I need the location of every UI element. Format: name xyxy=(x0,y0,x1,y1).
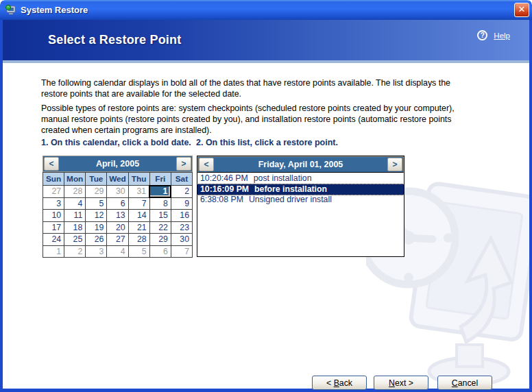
restore-point-label: post installation xyxy=(254,173,312,183)
calendar-prev-month-button[interactable]: < xyxy=(44,157,59,171)
close-icon: ✕ xyxy=(518,4,526,14)
calendar-day-cell[interactable]: 9 xyxy=(171,197,192,210)
calendar-day-cell[interactable]: 29 xyxy=(86,186,107,198)
calendar-day-cell[interactable]: 13 xyxy=(107,210,128,222)
calendar-next-month-button[interactable]: > xyxy=(176,157,191,171)
help-link[interactable]: Help xyxy=(494,32,510,40)
calendar-day-cell[interactable]: 2 xyxy=(171,186,192,198)
step-list-heading: 2. On this list, click a restore point. xyxy=(196,138,338,147)
calendar-day-cell[interactable]: 3 xyxy=(86,245,107,258)
cancel-button[interactable]: Cancel xyxy=(437,376,492,390)
calendar-day-cell[interactable]: 7 xyxy=(171,245,192,258)
restore-point-time: 10:20:46 PM xyxy=(200,173,248,183)
calendar-week-row: 3456789 xyxy=(43,197,193,210)
calendar-day-cell[interactable]: 30 xyxy=(171,234,192,246)
calendar-day-header-row: Sun Mon Tue Wed Thu Fri Sat xyxy=(43,173,193,186)
calendar-day-cell[interactable]: 28 xyxy=(128,234,149,246)
chevron-left-icon: < xyxy=(204,160,208,169)
intro-line: created when certain programs are instal… xyxy=(41,125,455,136)
calendar-week-row: 272829303112 xyxy=(43,186,193,198)
back-button[interactable]: < Back xyxy=(312,376,367,390)
system-restore-icon xyxy=(5,4,16,16)
calendar-day-cell[interactable]: 20 xyxy=(107,221,128,234)
page-title: Select a Restore Point xyxy=(3,33,181,47)
day-header: Sat xyxy=(171,173,192,186)
restore-point-label: Unsigned driver install xyxy=(249,195,332,204)
day-header: Thu xyxy=(128,173,149,186)
day-header: Sun xyxy=(43,173,64,186)
calendar-day-cell[interactable]: 25 xyxy=(64,234,86,246)
calendar-week-row: 24252627282930 xyxy=(43,234,193,246)
calendar: < April, 2005 > Sun Mon Tue Wed T xyxy=(43,156,193,258)
restore-list-date-label: Friday, April 01, 2005 xyxy=(258,160,343,169)
calendar-day-cell[interactable]: 10 xyxy=(43,210,64,222)
calendar-day-cell[interactable]: 29 xyxy=(149,234,171,246)
calendar-day-cell[interactable]: 24 xyxy=(43,234,64,246)
calendar-day-cell[interactable]: 1 xyxy=(149,186,171,198)
calendar-day-cell[interactable]: 23 xyxy=(171,221,192,234)
calendar-day-cell[interactable]: 26 xyxy=(86,234,107,246)
chevron-right-icon: > xyxy=(392,160,397,169)
calendar-grid: Sun Mon Tue Wed Thu Fri Sat 272829303112… xyxy=(43,172,193,258)
calendar-day-cell[interactable]: 4 xyxy=(64,197,86,210)
chevron-left-icon: < xyxy=(49,159,53,169)
calendar-day-cell[interactable]: 4 xyxy=(107,245,128,258)
restore-point-label: before installation xyxy=(254,184,327,194)
calendar-day-cell[interactable]: 11 xyxy=(64,210,86,222)
calendar-grid-body: 2728293031123456789101112131415161718192… xyxy=(43,186,193,258)
restore-point-item[interactable]: 10:16:09 PMbefore installation xyxy=(197,184,404,195)
calendar-day-cell[interactable]: 27 xyxy=(107,234,128,246)
calendar-header: < April, 2005 > xyxy=(43,156,193,172)
restore-point-item[interactable]: 10:20:46 PMpost installation xyxy=(197,173,404,184)
restore-list-header: < Friday, April 01, 2005 > xyxy=(197,156,404,173)
calendar-day-cell[interactable]: 7 xyxy=(128,197,149,210)
calendar-day-cell[interactable]: 5 xyxy=(128,245,149,258)
calendar-day-cell[interactable]: 1 xyxy=(43,245,64,258)
calendar-day-cell[interactable]: 30 xyxy=(107,186,128,198)
calendar-day-cell[interactable]: 5 xyxy=(86,197,107,210)
calendar-day-cell[interactable]: 21 xyxy=(128,221,149,234)
restore-point-panel: < Friday, April 01, 2005 > 10:20:46 PMpo… xyxy=(197,156,404,257)
day-header: Mon xyxy=(64,173,86,186)
calendar-day-cell[interactable]: 3 xyxy=(43,197,64,210)
intro-line: The following calendar displays in bold … xyxy=(41,77,450,88)
calendar-day-cell[interactable]: 15 xyxy=(149,210,171,222)
titlebar[interactable]: System Restore ✕ xyxy=(0,0,532,20)
calendar-day-cell[interactable]: 31 xyxy=(128,186,149,198)
close-button[interactable]: ✕ xyxy=(514,3,529,17)
restore-point-item[interactable]: 6:38:08 PMUnsigned driver install xyxy=(197,195,404,206)
calendar-day-cell[interactable]: 28 xyxy=(64,186,86,198)
chevron-right-icon: > xyxy=(181,159,186,169)
calendar-week-row: 1234567 xyxy=(43,245,193,258)
window-body: Select a Restore Point ? Help xyxy=(0,20,532,392)
day-header: Wed xyxy=(107,173,128,186)
calendar-day-cell[interactable]: 22 xyxy=(149,221,171,234)
calendar-day-cell[interactable]: 17 xyxy=(43,221,64,234)
intro-paragraph-2: Possible types of restore points are: sy… xyxy=(41,103,455,136)
calendar-day-cell[interactable]: 6 xyxy=(107,197,128,210)
calendar-day-cell[interactable]: 19 xyxy=(86,221,107,234)
restore-point-list: 10:20:46 PMpost installation10:16:09 PMb… xyxy=(197,173,404,206)
day-header: Fri xyxy=(149,173,171,186)
list-next-day-button[interactable]: > xyxy=(387,158,402,171)
calendar-day-cell[interactable]: 6 xyxy=(149,245,171,258)
intro-line: restore points that are available for th… xyxy=(41,88,450,99)
calendar-day-cell[interactable]: 16 xyxy=(171,210,192,222)
window-title: System Restore xyxy=(21,5,88,15)
intro-paragraph-1: The following calendar displays in bold … xyxy=(41,77,450,99)
calendar-day-cell[interactable]: 27 xyxy=(43,186,64,198)
day-header: Tue xyxy=(86,173,107,186)
next-button[interactable]: Next > xyxy=(374,376,428,390)
help-icon[interactable]: ? xyxy=(477,30,487,40)
calendar-day-cell[interactable]: 14 xyxy=(128,210,149,222)
list-prev-day-button[interactable]: < xyxy=(199,158,214,171)
calendar-day-cell[interactable]: 18 xyxy=(64,221,86,234)
calendar-day-cell[interactable]: 12 xyxy=(86,210,107,222)
step-calendar-heading: 1. On this calendar, click a bold date. xyxy=(41,138,196,147)
calendar-day-cell[interactable]: 8 xyxy=(149,197,171,210)
page-header: Select a Restore Point ? Help xyxy=(3,20,529,60)
system-restore-window: System Restore ✕ Select a Restore Point … xyxy=(0,0,532,392)
intro-line: manual restore points (restore points cr… xyxy=(41,114,455,125)
calendar-day-cell[interactable]: 2 xyxy=(64,245,86,258)
content-area: The following calendar displays in bold … xyxy=(3,63,529,389)
